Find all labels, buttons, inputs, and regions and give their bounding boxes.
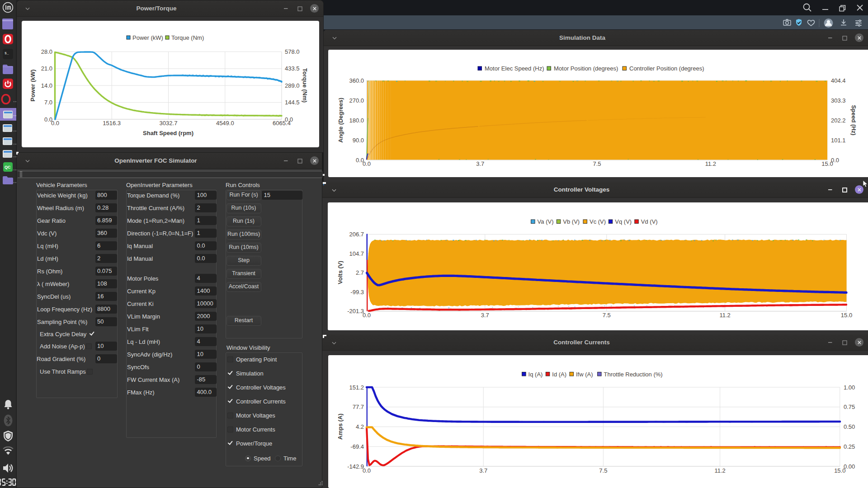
svg-text:289.0: 289.0	[285, 82, 300, 89]
svg-text:7.0: 7.0	[44, 99, 52, 106]
svg-text:1516.3: 1516.3	[103, 120, 121, 127]
svg-text:0.50: 0.50	[844, 423, 855, 430]
svg-text:Va (V): Va (V)	[538, 218, 554, 225]
svg-text:7.5: 7.5	[593, 160, 601, 167]
svg-text:28.0: 28.0	[41, 48, 52, 55]
svg-text:15.0: 15.0	[821, 160, 833, 167]
svg-text:-201.3: -201.3	[347, 308, 364, 314]
svg-text:180.0: 180.0	[349, 117, 364, 124]
svg-text:Vd (V): Vd (V)	[641, 218, 658, 225]
svg-text:90.0: 90.0	[353, 137, 364, 144]
svg-text:404.4: 404.4	[831, 77, 846, 84]
svg-text:3.7: 3.7	[481, 312, 489, 319]
svg-text:Volts (V): Volts (V)	[337, 261, 344, 284]
svg-text:104.7: 104.7	[349, 250, 364, 257]
svg-text:77.7: 77.7	[353, 404, 364, 410]
svg-text:Power (kW): Power (kW)	[29, 70, 36, 102]
svg-text:4.2: 4.2	[356, 423, 364, 430]
svg-text:3.7: 3.7	[479, 467, 487, 474]
svg-text:0.75: 0.75	[844, 404, 855, 410]
svg-text:151.2: 151.2	[349, 384, 364, 391]
svg-text:1.00: 1.00	[844, 384, 855, 391]
svg-text:11.2: 11.2	[705, 160, 716, 167]
svg-text:Torque (Nm): Torque (Nm)	[302, 68, 308, 103]
svg-text:15.0: 15.0	[841, 312, 852, 319]
svg-text:Iq (A): Iq (A)	[528, 371, 543, 378]
svg-text:11.2: 11.2	[719, 312, 730, 319]
svg-text:0.25: 0.25	[844, 443, 855, 450]
svg-text:360.0: 360.0	[349, 77, 364, 84]
svg-text:21.0: 21.0	[41, 65, 52, 72]
svg-text:433.5: 433.5	[285, 65, 300, 72]
svg-text:QC: QC	[5, 165, 11, 169]
svg-text:Vc (V): Vc (V)	[590, 218, 606, 225]
svg-text:578.0: 578.0	[285, 48, 300, 55]
svg-text:303.3: 303.3	[831, 97, 846, 104]
svg-text:2.7: 2.7	[356, 269, 364, 276]
svg-text:270.0: 270.0	[349, 97, 364, 104]
svg-text:7.5: 7.5	[603, 312, 611, 319]
svg-text:-69.4: -69.4	[350, 443, 364, 450]
svg-text:Power (kW): Power (kW)	[132, 34, 163, 41]
svg-text:14.0: 14.0	[41, 82, 52, 89]
svg-text:202.2: 202.2	[831, 117, 846, 124]
svg-text:Id (A): Id (A)	[552, 371, 566, 378]
svg-text:Ifw (A): Ifw (A)	[576, 371, 593, 378]
svg-text:15.0: 15.0	[834, 467, 845, 474]
svg-text:0.0: 0.0	[363, 160, 371, 167]
svg-text:6065.4: 6065.4	[273, 120, 291, 127]
svg-text:7.5: 7.5	[599, 467, 607, 474]
svg-text:Amps (A): Amps (A)	[337, 413, 344, 440]
svg-text:Angle (Degrees): Angle (Degrees)	[337, 98, 344, 143]
svg-text:Vq (V): Vq (V)	[615, 218, 632, 225]
svg-text:0.0: 0.0	[363, 467, 371, 474]
svg-text:Motor Elec Speed (Hz): Motor Elec Speed (Hz)	[485, 65, 544, 72]
svg-text:4549.0: 4549.0	[216, 120, 234, 127]
svg-text:0.0: 0.0	[51, 120, 59, 127]
svg-text:Controller Position (degrees): Controller Position (degrees)	[629, 65, 704, 72]
svg-text:-99.3: -99.3	[350, 289, 364, 296]
svg-text:101.1: 101.1	[831, 137, 846, 144]
svg-text:Vb (V): Vb (V)	[563, 218, 580, 225]
svg-text:$_: $_	[5, 51, 9, 55]
svg-text:Torque (Nm): Torque (Nm)	[171, 34, 204, 41]
svg-text:3032.7: 3032.7	[160, 120, 178, 127]
svg-text:Speed (Hz): Speed (Hz)	[850, 105, 857, 135]
svg-text:Motor Position (degrees): Motor Position (degrees)	[554, 65, 618, 72]
svg-text:144.5: 144.5	[285, 99, 300, 106]
svg-text:Shaft Speed (rpm): Shaft Speed (rpm)	[143, 130, 193, 136]
svg-text:0.0: 0.0	[363, 312, 371, 319]
svg-text:206.7: 206.7	[349, 231, 364, 238]
svg-text:11.2: 11.2	[714, 467, 725, 474]
svg-text:Throttle Reduction (%): Throttle Reduction (%)	[604, 371, 663, 378]
svg-text:3.7: 3.7	[476, 160, 484, 167]
svg-text:-142.9: -142.9	[347, 463, 364, 470]
